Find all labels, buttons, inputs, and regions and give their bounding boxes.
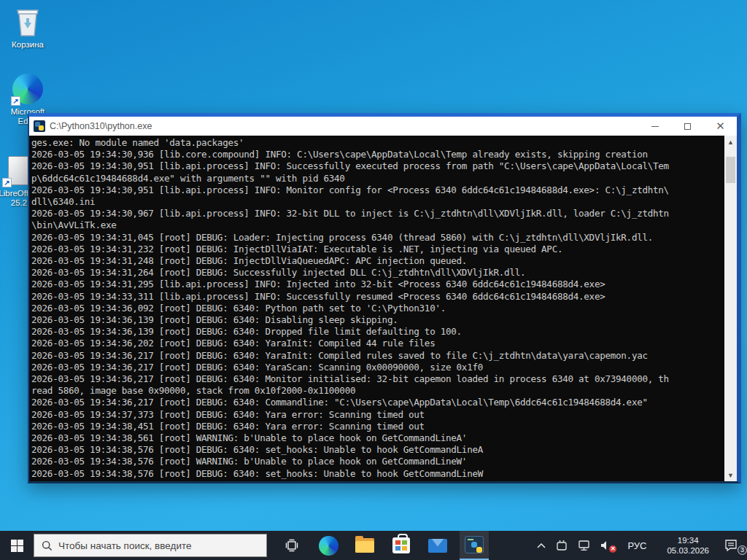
console-log-line: 2026-03-05 19:34:31,295 [lib.api.process… xyxy=(31,279,722,290)
console-log-line: 2026-03-05 19:34:30,936 [lib.core.compou… xyxy=(31,149,722,160)
shortcut-arrow-icon: ↗ xyxy=(2,178,12,187)
taskbar-mail-button[interactable] xyxy=(423,531,452,560)
console-log-line: 2026-03-05 19:34:38,576 [root] WARNING: … xyxy=(31,456,722,467)
chevron-up-icon xyxy=(536,542,546,549)
windows-logo-icon xyxy=(11,540,23,552)
taskbar-edge-button[interactable] xyxy=(314,531,343,560)
console-log-line: 2026-03-05 19:34:30,967 [lib.api.process… xyxy=(31,208,722,219)
clock-date: 05.03.2026 xyxy=(667,545,709,556)
taskbar: Чтобы начать поиск, введите xyxy=(0,531,747,560)
shortcut-arrow-icon: ↗ xyxy=(11,96,20,106)
notification-count-badge: 3 xyxy=(738,545,747,555)
console-log-line: 2026-03-05 19:34:36,217 [root] DEBUG: 63… xyxy=(31,362,722,373)
maximize-icon xyxy=(684,123,691,130)
python-console-window: C:\Python310\python.exe ✕ ges.exe: No mo… xyxy=(28,113,741,483)
tray-show-hidden-icons-button[interactable] xyxy=(532,531,551,560)
vertical-scrollbar[interactable]: ▲ ▼ xyxy=(724,136,737,481)
console-log-line: 2026-03-05 19:34:36,217 [root] DEBUG: 63… xyxy=(31,397,722,408)
console-log-line: 2026-03-05 19:34:33,311 [lib.api.process… xyxy=(31,291,722,303)
minimize-icon xyxy=(651,126,659,127)
close-button[interactable]: ✕ xyxy=(704,117,737,136)
taskbar-file-explorer-button[interactable] xyxy=(350,531,379,560)
start-button[interactable] xyxy=(0,531,34,560)
minimize-button[interactable] xyxy=(638,117,671,136)
edge-icon xyxy=(319,536,338,556)
console-log-line: 2026-03-05 19:34:31,232 [root] DEBUG: In… xyxy=(31,244,722,255)
console-log-line: \bin\AvVLiTk.exe xyxy=(31,219,722,231)
scroll-up-icon[interactable]: ▲ xyxy=(724,136,737,148)
console-log-line: 2026-03-05 19:34:31,264 [root] DEBUG: Su… xyxy=(31,267,722,279)
tablet-icon xyxy=(555,539,568,552)
close-icon: ✕ xyxy=(716,121,725,132)
console-log-line: 2026-03-05 19:34:38,451 [root] DEBUG: 63… xyxy=(31,421,722,432)
console-log-line: 2026-03-05 19:34:36,139 [root] DEBUG: 63… xyxy=(31,326,722,338)
console-log-line: 2026-03-05 19:34:38,576 [root] DEBUG: 63… xyxy=(31,444,722,456)
python-console-icon xyxy=(34,120,45,132)
language-label: РУС xyxy=(622,540,652,551)
taskbar-python-console-button[interactable] xyxy=(460,531,489,560)
search-placeholder: Чтобы начать поиск, введите xyxy=(58,540,191,551)
desktop-icon-label: Корзина xyxy=(12,40,44,50)
maximize-button[interactable] xyxy=(671,117,704,136)
taskbar-search-input[interactable]: Чтобы начать поиск, введите xyxy=(34,534,267,557)
console-log-line: ges.exe: No module named 'data.packages' xyxy=(31,137,722,149)
scrollbar-thumb[interactable] xyxy=(726,157,735,183)
console-log-line: 2026-03-05 19:34:38,561 [root] WARNING: … xyxy=(31,432,722,444)
tray-tablet-button[interactable] xyxy=(551,531,573,560)
file-explorer-icon xyxy=(355,538,374,553)
task-view-button[interactable] xyxy=(277,531,306,560)
tray-volume-button[interactable]: ✕ xyxy=(595,531,617,560)
action-center-icon xyxy=(724,539,738,552)
recycle-bin-icon xyxy=(12,6,44,38)
console-log-line: 2026-03-05 19:34:30,951 [lib.api.process… xyxy=(31,184,722,196)
microsoft-store-icon xyxy=(392,537,410,553)
action-center-button[interactable]: 3 xyxy=(719,531,747,560)
console-log-line: read 5860, image base 0x90000, stack fro… xyxy=(31,385,722,397)
clock-time: 19:34 xyxy=(667,535,709,545)
taskbar-store-button[interactable] xyxy=(387,531,416,560)
desktop-wallpaper[interactable]: Корзина ↗ Microsoft Edge ↗ LibreOffice 2… xyxy=(0,0,747,560)
console-log-line: 2026-03-05 19:34:31,045 [root] DEBUG: Lo… xyxy=(31,232,722,244)
scroll-down-icon[interactable]: ▼ xyxy=(724,469,737,481)
console-log-line: p\6ddc64c61c19484688d4.exe" with argumen… xyxy=(31,173,722,184)
search-icon xyxy=(42,540,53,551)
mail-icon xyxy=(428,539,447,553)
console-log-line: 2026-03-05 19:34:36,217 [root] DEBUG: 63… xyxy=(31,350,722,362)
python-console-icon xyxy=(465,536,484,553)
console-output-area[interactable]: ges.exe: No module named 'data.packages'… xyxy=(29,136,737,481)
console-log-line: 2026-03-05 19:34:36,202 [root] DEBUG: 63… xyxy=(31,338,722,349)
console-log-line: 2026-03-05 19:34:31,248 [root] DEBUG: In… xyxy=(31,255,722,267)
edge-icon: ↗ xyxy=(12,73,44,105)
console-log-line: 2026-03-05 19:34:36,217 [root] DEBUG: 63… xyxy=(31,373,722,385)
console-log-line: 2026-03-05 19:34:36,092 [root] DEBUG: 63… xyxy=(31,303,722,314)
console-log-line: 2026-03-05 19:34:38,576 [root] DEBUG: 63… xyxy=(31,468,722,480)
console-log-line: 2026-03-05 19:34:36,139 [root] DEBUG: 63… xyxy=(31,314,722,326)
window-title-bar[interactable]: C:\Python310\python.exe ✕ xyxy=(29,117,737,136)
task-view-icon xyxy=(285,538,299,553)
scrollbar-track[interactable] xyxy=(724,148,737,469)
tray-network-button[interactable] xyxy=(573,531,595,560)
desktop-icon-recycle-bin[interactable]: Корзина xyxy=(0,6,55,50)
console-log-line: dll\6340.ini xyxy=(31,196,722,208)
console-log: ges.exe: No module named 'data.packages'… xyxy=(31,137,722,480)
tray-clock-button[interactable]: 19:34 05.03.2026 xyxy=(657,531,719,560)
tray-language-button[interactable]: РУС xyxy=(617,531,657,560)
console-log-line: 2026-03-05 19:34:37,373 [root] DEBUG: 63… xyxy=(31,409,722,421)
window-title: C:\Python310\python.exe xyxy=(50,121,638,131)
volume-muted-badge: ✕ xyxy=(609,545,616,553)
network-icon xyxy=(577,539,591,552)
console-log-line: 2026-03-05 19:34:30,951 [lib.api.process… xyxy=(31,160,722,172)
